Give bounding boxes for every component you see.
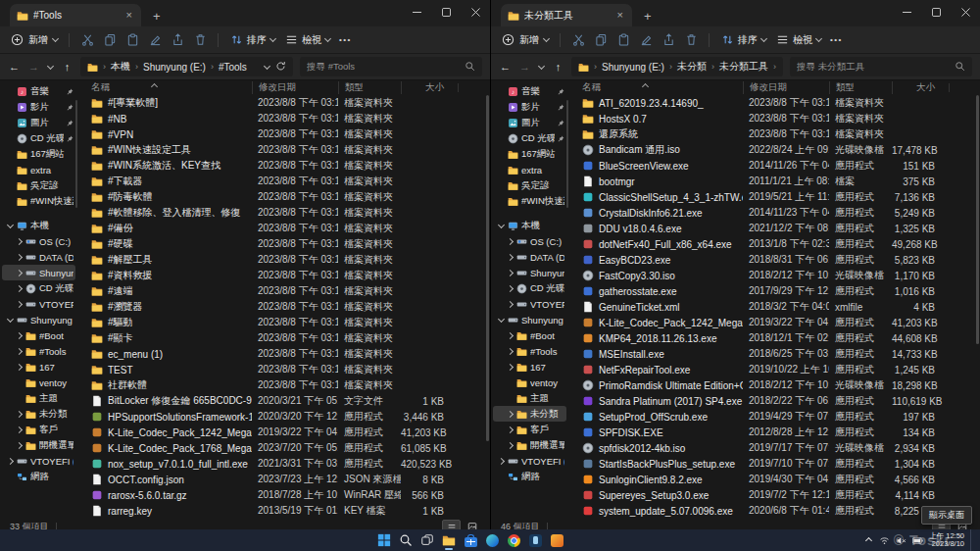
file-row[interactable]: HPSupportSolutionsFramework-12.13...2020… xyxy=(87,409,490,425)
sidebar-item[interactable]: CD 光碟機 (F:) xyxy=(2,280,75,296)
sidebar-item[interactable]: #WIN快速設定工 xyxy=(2,193,75,209)
file-row[interactable]: spfdisk2012-4kb.iso2019/7/17 下午 07:58光碟映… xyxy=(578,440,980,456)
file-row[interactable]: GenuineTicket.xml2018/3/2 下午 04:04xmlfil… xyxy=(578,299,980,315)
breadcrumb-segment[interactable]: 未分類 xyxy=(677,60,707,74)
titlebar[interactable]: 未分類工具 × + xyxy=(491,0,980,26)
sidebar-item[interactable]: 吳定諺 xyxy=(2,177,75,193)
chevron-right-icon[interactable] xyxy=(507,349,514,354)
sidebar-item[interactable]: 吳定諺 xyxy=(493,177,566,193)
edge-icon[interactable] xyxy=(484,532,500,548)
minimize-button[interactable] xyxy=(402,0,431,24)
file-row[interactable]: #VPN2023/8/8 下午 03:10檔案資料夾 xyxy=(87,126,490,142)
view-button[interactable]: 檢視 xyxy=(775,33,821,47)
sidebar-item[interactable]: DATA (D:) xyxy=(493,249,566,265)
sidebar-item[interactable]: #Boot xyxy=(493,327,566,343)
up-icon[interactable]: ↑ xyxy=(61,61,74,73)
recent-locations-icon[interactable] xyxy=(538,66,545,69)
sidebar-item[interactable]: 本機 xyxy=(2,218,75,233)
volume-muted-icon[interactable] xyxy=(896,535,906,546)
chevron-right-icon[interactable] xyxy=(16,349,23,354)
file-explorer-icon[interactable] xyxy=(441,532,457,548)
sort-button[interactable]: 排序 xyxy=(229,33,275,47)
new-tab-button[interactable]: + xyxy=(153,10,161,23)
sidebar-item[interactable]: VTOYEFI (G:) xyxy=(493,453,566,469)
sidebar-item[interactable]: #Tools xyxy=(2,343,75,359)
file-row[interactable]: K-Lite_Codec_Pack_1242_Mega.exe2019/3/22… xyxy=(87,425,490,440)
scrollbar-thumb[interactable] xyxy=(976,95,979,344)
chevron-down-icon[interactable] xyxy=(498,319,505,322)
file-row[interactable]: SunloginClient9.8.2.exe2019/4/30 下午 04:1… xyxy=(578,472,980,487)
chevron-down-icon[interactable] xyxy=(264,66,270,69)
refresh-icon[interactable] xyxy=(275,61,286,74)
file-row[interactable]: ec_menu (1)2023/8/8 下午 03:12檔案資料夾 xyxy=(87,346,490,362)
file-row[interactable]: #資料救援2023/8/8 下午 03:11檔案資料夾 xyxy=(87,268,490,283)
sidebar-item[interactable]: CD 光碟機 (F:) xyxy=(493,130,566,146)
column-header-date[interactable]: 修改日期 xyxy=(252,81,338,94)
sidebar-item[interactable]: DATA (D:) xyxy=(2,249,75,265)
hidden-icons-chevron-icon[interactable] xyxy=(865,536,872,543)
file-row[interactable]: #驅動2023/8/8 下午 03:12檔案資料夾 xyxy=(87,315,490,330)
file-row[interactable]: BlueScreenView.exe2014/11/26 下午 04:28應用程… xyxy=(578,158,980,174)
sidebar-item[interactable]: 未分類 xyxy=(2,406,75,422)
tab-unclassified-tools[interactable]: 未分類工具 × xyxy=(501,4,632,26)
rename-icon[interactable] xyxy=(639,33,653,47)
file-row[interactable]: Bandicam 通用.iso2022/8/24 上午 09:15光碟映像檔17… xyxy=(578,142,980,158)
file-row[interactable]: dotNetFx40_Full_x86_x64.exe2013/1/8 下午 0… xyxy=(578,236,980,252)
maximize-button[interactable] xyxy=(431,0,461,24)
file-row[interactable]: gatherosstate.exe2017/9/29 下午 12:38應用程式1… xyxy=(578,283,980,299)
share-icon[interactable] xyxy=(171,33,184,47)
file-row[interactable]: #顯卡2023/8/8 下午 03:12檔案資料夾 xyxy=(87,330,490,346)
forward-icon[interactable]: → xyxy=(27,61,40,73)
chevron-right-icon[interactable] xyxy=(16,412,23,417)
sidebar-item[interactable]: Shunyung (E:) xyxy=(493,265,566,280)
sidebar-item[interactable]: 167 xyxy=(493,359,566,375)
sidebar-item[interactable]: 167網站 xyxy=(2,146,75,162)
chevron-right-icon[interactable] xyxy=(507,302,514,307)
column-header-size[interactable]: 大小 xyxy=(892,81,949,94)
chevron-right-icon[interactable] xyxy=(16,286,23,291)
chevron-right-icon[interactable] xyxy=(507,427,514,432)
file-row[interactable]: EasyBCD23.exe2018/8/31 下午 06:04應用程式5,823… xyxy=(578,252,980,268)
battery-icon[interactable] xyxy=(912,535,923,546)
copy-icon[interactable] xyxy=(103,33,117,47)
sidebar-item[interactable]: 影片 xyxy=(493,99,566,115)
titlebar[interactable]: #Tools × + xyxy=(0,0,490,26)
column-header-type[interactable]: 類型 xyxy=(829,81,892,94)
column-header-date[interactable]: 修改日期 xyxy=(743,81,829,94)
more-options-icon[interactable]: ••• xyxy=(339,35,352,44)
chevron-right-icon[interactable] xyxy=(507,333,514,338)
pinned-app-icon[interactable] xyxy=(549,532,564,548)
delete-icon[interactable] xyxy=(193,33,207,47)
file-row[interactable]: #WIN快速設定工具2023/8/8 下午 03:10檔案資料夾 xyxy=(87,142,490,158)
cut-icon[interactable] xyxy=(80,33,94,47)
sidebar-item[interactable]: 圖片 xyxy=(493,115,566,130)
chevron-right-icon[interactable] xyxy=(498,459,505,464)
file-row[interactable]: ClassicShellSetup_4_3_1-zhTW.exe2019/5/2… xyxy=(578,189,980,205)
file-row[interactable]: Supereyes_Setup3.0.exe2019/7/2 下午 12:11應… xyxy=(578,487,980,503)
start-button[interactable] xyxy=(376,532,392,548)
file-row[interactable]: SetupProd_OffScrub.exe2019/4/29 下午 07:32… xyxy=(578,409,980,425)
recent-locations-icon[interactable] xyxy=(47,66,54,69)
file-row[interactable]: #瀏覽器2023/8/8 下午 03:12檔案資料夾 xyxy=(87,299,490,315)
file-row[interactable]: OCCT.config.json2023/7/23 上午 12:33JSON 來… xyxy=(87,472,490,487)
sidebar-item[interactable]: VTOYEFI (G:) xyxy=(2,296,75,312)
sidebar-item[interactable]: ventoy xyxy=(493,375,566,390)
file-row[interactable]: #解壓工具2023/8/8 下午 03:11檔案資料夾 xyxy=(87,252,490,268)
tab-tools[interactable]: #Tools × xyxy=(10,4,141,26)
paste-icon[interactable] xyxy=(125,33,139,47)
minimize-button[interactable] xyxy=(892,0,921,24)
file-row[interactable]: BitLocker 修復金鑰 665BC0DC-9656-49...2020/3… xyxy=(87,393,490,409)
forward-icon[interactable]: → xyxy=(518,61,531,73)
breadcrumb-segment[interactable]: #Tools xyxy=(219,62,247,73)
new-tab-button[interactable]: + xyxy=(644,10,652,23)
sidebar-item[interactable]: 客戶 xyxy=(2,422,75,437)
chevron-down-icon[interactable] xyxy=(7,319,14,322)
breadcrumb-segment[interactable]: Shunyung (E:) xyxy=(143,62,206,73)
sidebar-item[interactable]: 未分類 xyxy=(493,406,566,422)
file-row[interactable]: #硬碟2023/8/8 下午 03:11檔案資料夾 xyxy=(87,236,490,252)
file-row[interactable]: K-Lite_Codec_Pack_1768_Mega.exe2023/7/20… xyxy=(87,440,490,456)
file-row[interactable]: #WIN系統激活、KEY查找2023/8/8 下午 03:10檔案資料夾 xyxy=(87,158,490,174)
sidebar-item[interactable]: 影片 xyxy=(2,99,75,115)
sidebar-item[interactable]: CD 光碟機 (F:) xyxy=(2,130,75,146)
sidebar-item[interactable]: VTOYEFI (G:) xyxy=(493,296,566,312)
